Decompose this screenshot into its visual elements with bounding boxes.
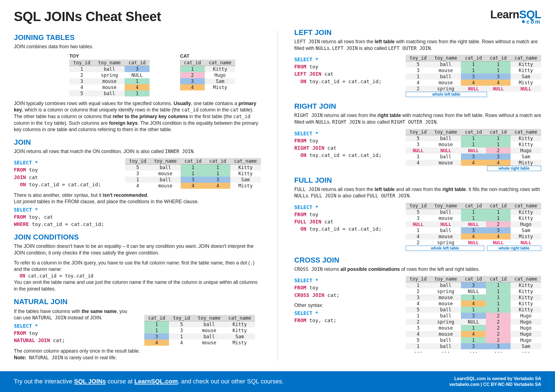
right-join-table: toy_idtoy_namecat_idcat_idcat_name 5ball… <box>406 129 541 166</box>
natural-join-note: The common column appears only once in t… <box>14 348 261 361</box>
cross-join-code2: SELECT * FROM toy, cat; <box>294 310 340 324</box>
natural-join-table: cat_idtoy_idtoy_namecat_name 15ballKitty… <box>144 315 255 346</box>
full-join-code: SELECT * FROM toy FULL JOIN cat ON toy.c… <box>294 204 382 233</box>
brand-logo: LearnSQL com <box>490 9 541 24</box>
logo-com: com <box>526 19 541 25</box>
toy-th: cat_id <box>125 60 149 66</box>
join-code-old: SELECT * FROM toy, cat WHERE toy.cat_id … <box>14 206 261 228</box>
cross-join-table: toy_idtoy_namecat_idcat_idcat_name 1ball… <box>406 276 541 355</box>
join-conditions-p2: To refer to a column in the JOIN query, … <box>14 260 261 292</box>
logo-learn: Learn <box>490 8 519 21</box>
footer-left: Try out the interactive SQL JOINs course… <box>14 378 284 385</box>
whole-left-label: whole left table <box>406 92 487 96</box>
full-whole-right: whole right table <box>487 246 541 250</box>
joining-tables-explain: JOIN typically combines rows with equal … <box>14 100 261 133</box>
footer-link-learnsql[interactable]: LearnSQL.com <box>134 378 178 385</box>
footer: Try out the interactive SQL JOINs course… <box>0 371 555 392</box>
toy-table-label: TOY <box>69 54 150 59</box>
heading-join-conditions: JOIN CONDITIONS <box>14 233 261 241</box>
cross-join-intro: CROSS JOIN returns all possible combinat… <box>294 266 541 273</box>
full-whole-left: whole left table <box>406 246 484 250</box>
toy-th: toy_id <box>69 60 94 66</box>
heading-full-join: FULL JOIN <box>294 176 541 185</box>
left-join-code: SELECT * FROM toy LEFT JOIN cat ON toy.c… <box>294 56 382 85</box>
whole-right-label: whole right table <box>487 166 541 170</box>
join-note: There is also another, older syntax, but… <box>14 192 261 205</box>
cat-table: cat_id cat_name 1Kitty 2Hugo 3Sam 4Misty <box>180 60 235 90</box>
right-join-intro: RIGHT JOIN returns all rows from the rig… <box>294 112 541 125</box>
natural-join-code: SELECT * FROM toy NATURAL JOIN cat; <box>14 322 133 344</box>
cat-th: cat_name <box>205 60 235 66</box>
cat-table-label: CAT <box>180 54 235 59</box>
joining-tables-intro: JOIN combines data from two tables. <box>14 44 261 50</box>
heading-left-join: LEFT JOIN <box>294 28 541 37</box>
cross-join-code: SELECT * FROM toy CROSS JOIN cat; <box>294 277 340 299</box>
page-title: SQL JOINs Cheat Sheet <box>14 9 161 24</box>
cross-join-other: Other syntax: <box>294 302 340 309</box>
left-join-table: toy_idtoy_namecat_idcat_idcat_name 5ball… <box>406 55 541 92</box>
heading-join: JOIN <box>14 138 261 147</box>
full-join-intro: FULL JOIN returns all rows from the left… <box>294 186 541 199</box>
full-join-table: toy_idtoy_namecat_idcat_idcat_name 5ball… <box>406 203 541 246</box>
join-result-table: toy_idtoy_namecat_idcat_idcat_name 5ball… <box>125 158 261 189</box>
footer-link-joins[interactable]: SQL JOINs <box>74 378 106 385</box>
heading-cross-join: CROSS JOIN <box>294 256 541 264</box>
cat-th: cat_id <box>180 60 205 66</box>
toy-th: toy_name <box>94 60 125 66</box>
footer-right: LearnSQL.com is owned by Vertabelo SA ve… <box>449 376 541 388</box>
natural-join-p1: If the tables have columns with the same… <box>14 308 133 321</box>
logo-dot-icon <box>522 20 525 23</box>
heading-joining-tables: JOINING TABLES <box>14 33 261 42</box>
right-join-code: SELECT * FROM toy RIGHT JOIN cat ON toy.… <box>294 130 382 159</box>
join-conditions-p1: The JOIN condition doesn't have to be an… <box>14 243 261 256</box>
heading-right-join: RIGHT JOIN <box>294 102 541 111</box>
join-intro: JOIN returns all rows that match the ON … <box>14 148 261 155</box>
left-join-intro: LEFT JOIN returns all rows from the left… <box>294 39 541 52</box>
join-code: SELECT * FROM toy JOIN cat ON toy.cat_id… <box>14 159 101 188</box>
toy-table: toy_id toy_name cat_id 1ball3 2springNUL… <box>69 60 150 96</box>
heading-natural-join: NATURAL JOIN <box>14 297 261 306</box>
